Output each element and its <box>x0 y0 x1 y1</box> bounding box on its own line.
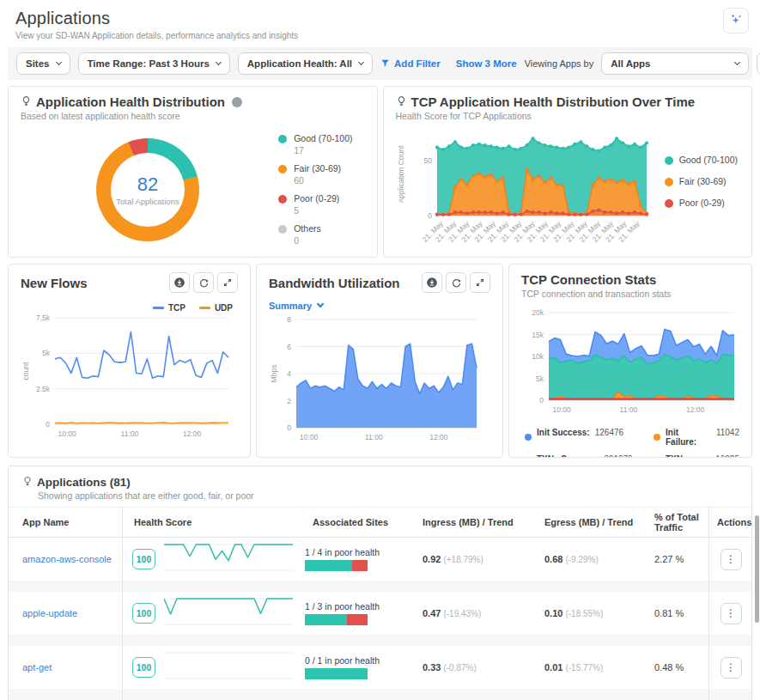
legend-item-good: Good (70-100) 17 <box>278 133 352 155</box>
expand-button[interactable] <box>217 272 238 293</box>
app-health-label: Application Health: All <box>247 58 352 69</box>
col-header-app-name[interactable]: App Name <box>9 517 122 527</box>
legend-label: Others <box>294 223 321 234</box>
col-header-health-score[interactable]: Health Score <box>122 517 301 527</box>
download-icon <box>173 277 185 289</box>
download-button[interactable] <box>169 272 190 293</box>
info-icon[interactable] <box>232 97 242 107</box>
new-flows-header: New Flows <box>21 272 238 293</box>
actions-cell: ⋮ <box>708 657 752 679</box>
sites-label: 1 / 4 in poor health <box>305 547 410 557</box>
viewing-apps-by-label: Viewing Apps by <box>525 58 594 69</box>
traffic-pct-cell: 0.48 % <box>642 662 708 673</box>
refresh-chart-button[interactable] <box>446 272 466 293</box>
row-actions-button[interactable]: ⋮ <box>720 603 742 624</box>
chevron-down-icon <box>317 301 324 307</box>
svg-text:4: 4 <box>287 369 291 378</box>
legend-item-good: Good (70-100) <box>665 155 738 165</box>
expand-icon <box>222 277 233 288</box>
legend-value: 16225 <box>715 454 739 458</box>
applications-select[interactable]: Applications (4438) <box>757 52 760 75</box>
legend-item-poor: Poor (0-29) <box>665 198 738 208</box>
lightbulb-icon <box>21 94 32 109</box>
col-header-associated-sites[interactable]: Associated Sites <box>301 517 410 527</box>
legend-dot-fair <box>665 178 673 186</box>
page-title: Applications <box>15 9 745 28</box>
traffic-pct-value: 0.81 % <box>654 608 684 618</box>
col-header-ingress[interactable]: Ingress (MB) / Trend <box>410 517 532 527</box>
svg-text:2.5k: 2.5k <box>36 385 51 393</box>
page-subtitle: View your SD-WAN Application details, pe… <box>15 31 745 40</box>
legend-dot-poor <box>278 195 287 204</box>
show-more-button[interactable]: Show 3 More <box>456 58 517 69</box>
tcp-over-time-legend: Good (70-100) Fair (30-69) Poor (0-29) <box>665 155 738 208</box>
traffic-pct-cell: 0.81 % <box>642 608 708 618</box>
svg-text:12:00: 12:00 <box>686 405 705 414</box>
tcp-over-time-subtitle: Health Score for TCP Applications <box>396 111 740 121</box>
egress-trend: (-18.55%) <box>565 609 603 618</box>
svg-text:2: 2 <box>287 397 291 405</box>
svg-text:15k: 15k <box>532 331 544 339</box>
card-actions <box>422 272 490 293</box>
svg-text:11:00: 11:00 <box>365 433 383 441</box>
svg-text:Mbps: Mbps <box>270 365 278 383</box>
ai-sparkle-icon <box>729 12 744 30</box>
chevron-down-icon <box>216 59 222 65</box>
tcp-over-time-body: 05021. May21. May21. May21. May21. May21… <box>396 123 740 258</box>
card-title-row: TCP Application Health Distribution Over… <box>396 94 740 109</box>
row-actions-button[interactable]: ⋮ <box>720 657 742 679</box>
donut-total-value: 82 <box>137 173 158 196</box>
app-name-link[interactable]: apt-get <box>9 662 122 673</box>
sites-filter-button[interactable]: Sites <box>16 52 70 75</box>
svg-text:5k: 5k <box>536 374 544 383</box>
col-header-traffic-pct[interactable]: % of Total Traffic <box>642 512 708 533</box>
app-name-link[interactable]: apple-update <box>9 608 122 618</box>
sites-health-bar <box>305 668 368 679</box>
health-distribution-subtitle: Based on latest application health score <box>21 111 365 121</box>
charts-row-2: New Flows TCP <box>8 264 752 458</box>
table-row: amazon-aws-console 100 1 / 4 in poor hea… <box>9 538 751 581</box>
health-score-cell: 100 <box>122 541 301 577</box>
legend-label: Poor (0-29) <box>294 193 339 204</box>
legend-value: 17 <box>294 145 352 155</box>
table-caption: Applications (81) Showing applications t… <box>9 466 751 507</box>
svg-text:12:00: 12:00 <box>183 429 202 438</box>
expand-icon <box>475 277 485 288</box>
time-range-filter-button[interactable]: Time Range: Past 3 Hours <box>78 52 230 75</box>
legend-label: Fair (30-69) <box>294 163 341 173</box>
health-score-badge: 100 <box>132 549 155 569</box>
legend-item-poor: Poor (0-29) 5 <box>278 193 352 216</box>
row-actions-button[interactable]: ⋮ <box>720 549 742 570</box>
ingress-cell: 0.47(-19.43%) <box>410 608 532 618</box>
download-button[interactable] <box>422 272 442 293</box>
health-score-badge: 100 <box>132 603 155 624</box>
app-name-link[interactable]: amazon-aws-console <box>9 554 122 564</box>
svg-text:11:00: 11:00 <box>620 405 638 414</box>
tcp-stats-subtitle: TCP connection and transaction stats <box>521 289 739 299</box>
legend-item-tcp: TCP <box>153 303 185 313</box>
download-icon <box>426 277 438 289</box>
applications-table-card: Applications (81) Showing applications t… <box>8 466 752 700</box>
scrollbar-thumb[interactable] <box>755 515 759 623</box>
legend-label: Good (70-100) <box>679 155 738 165</box>
legend-value: 11042 <box>716 428 739 437</box>
summary-dropdown[interactable]: Summary <box>269 301 323 311</box>
refresh-chart-button[interactable] <box>193 272 214 293</box>
svg-text:10:00: 10:00 <box>552 405 571 414</box>
sites-filter-label: Sites <box>26 58 50 69</box>
legend-dot-others <box>278 225 287 234</box>
ingress-cell: 0.92(+18.79%) <box>410 554 532 564</box>
expand-button[interactable] <box>470 272 490 293</box>
card-title-row: Application Health Distribution <box>21 94 365 109</box>
egress-value: 0.10 <box>544 608 562 618</box>
svg-text:0: 0 <box>46 420 50 429</box>
add-filter-button[interactable]: Add Filter <box>380 58 441 70</box>
legend-label: Init Success: <box>537 428 590 437</box>
col-header-egress[interactable]: Egress (MB) / Trend <box>532 517 642 527</box>
ai-assistant-button[interactable] <box>723 8 749 33</box>
health-sparkline <box>164 541 293 577</box>
bandwidth-card: Bandwidth Utilization Summary 024 <box>256 264 503 458</box>
applications-table: App Name Health Score Associated Sites I… <box>9 507 751 700</box>
all-apps-select[interactable]: All Apps <box>601 52 749 75</box>
app-health-filter-button[interactable]: Application Health: All <box>238 52 373 75</box>
